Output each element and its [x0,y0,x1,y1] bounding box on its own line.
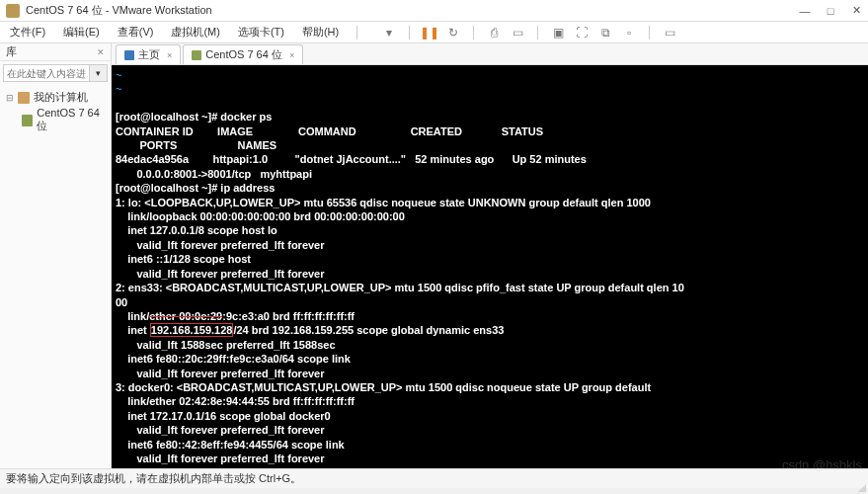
sidebar-header: 库 ✕ [0,43,111,61]
search-dropdown-icon[interactable]: ▾ [90,64,108,82]
app-icon [6,4,20,18]
terminal-line: 2: ens33: <BROADCAST,MULTICAST,UP,LOWER_… [116,282,684,293]
terminal-line-part: :9c:e3:a0 brd ff:ff:ff:ff:ff:ff [222,310,355,322]
vm-console-terminal[interactable]: ~ ~ [root@localhost ~]# docker ps CONTAI… [112,65,868,468]
minimize-button[interactable]: — [799,5,811,17]
terminal-line: PORTS NAMES [116,139,276,151]
terminal-line: 19: veth1d7f189@if18: <BROADCAST,MULTICA… [116,466,700,468]
tab-close-icon[interactable]: × [167,50,172,60]
tab-home-label: 主页 [138,47,160,62]
terminal-line: valid_lft forever preferred_lft forever [116,239,325,251]
terminal-line-part: inet [116,324,150,336]
library-tree: ⊟ 我的计算机 CentOS 7 64 位 [0,85,111,138]
toolbar: ▾ ❚❚ ↻ ⎙ ▭ ▣ ⛶ ⧉ ▫ ▭ [381,25,677,41]
terminal-line: [root@localhost ~]# docker ps [116,111,272,123]
terminal-line-part: link/ [116,310,149,322]
toolbar-divider [473,26,474,40]
tree-item-centos[interactable]: CentOS 7 64 位 [2,106,109,134]
menu-file[interactable]: 文件(F) [6,23,49,41]
tree-item-label: CentOS 7 64 位 [37,107,109,133]
home-icon [124,50,134,60]
terminal-line: valid_lft forever preferred_lft forever [116,368,325,379]
menu-vm[interactable]: 虚拟机(M) [167,23,224,41]
terminal-line: valid_lft forever preferred_lft forever [116,424,325,436]
pause-icon[interactable]: ❚❚ [422,25,437,41]
tree-root-my-computer[interactable]: ⊟ 我的计算机 [2,89,109,106]
terminal-line: inet6 ::1/128 scope host [116,253,251,265]
terminal-line: CONTAINER ID IMAGE COMMAND CREATED STATU… [116,125,543,137]
unity-icon[interactable]: ▣ [550,25,566,41]
terminal-line: 1: lo: <LOOPBACK,UP,LOWER_UP> mtu 65536 … [116,197,651,208]
tree-root-label: 我的计算机 [34,90,88,105]
library-icon[interactable]: ▭ [662,25,677,41]
terminal-line: inet6 fe80::20c:29ff:fe9c:e3a0/64 scope … [116,353,351,365]
menu-help[interactable]: 帮助(H) [298,23,343,41]
tab-bar: 主页 × CentOS 7 64 位 × [112,43,868,65]
computer-icon [18,92,30,104]
toolbar-divider [537,26,538,40]
cycle-icon[interactable]: ↻ [445,25,461,41]
sidebar-title: 库 [6,44,17,59]
terminal-line: link/loopback 00:00:00:00:00:00 brd 00:0… [116,210,405,222]
status-text: 要将输入定向到该虚拟机，请在虚拟机内部单击或按 Ctrl+G。 [6,471,301,486]
toolbar-divider [409,26,410,40]
toolbar-divider [356,26,357,40]
menu-tabs[interactable]: 选项卡(T) [234,23,288,41]
power-dropdown-icon[interactable]: ▾ [381,25,397,41]
highlighted-ip-address: 192.168.159.128 [150,323,234,337]
terminal-line: inet6 fe80::42:8eff:fe94:4455/64 scope l… [116,439,345,451]
tab-vm-label: CentOS 7 64 位 [205,47,282,62]
terminal-line: inet 172.17.0.1/16 scope global docker0 [116,410,331,422]
menu-bar: 文件(F) 编辑(E) 查看(V) 虚拟机(M) 选项卡(T) 帮助(H) ▾ … [0,22,868,43]
search-input[interactable] [3,64,90,82]
library-sidebar: 库 ✕ ▾ ⊟ 我的计算机 CentOS 7 64 位 [0,43,112,468]
menu-view[interactable]: 查看(V) [114,23,158,41]
terminal-line: link/ether 02:42:8e:94:44:55 brd ff:ff:f… [116,395,355,407]
terminal-line: valid_lft forever preferred_lft forever [116,268,325,280]
tree-expander-icon[interactable]: ⊟ [6,93,14,103]
terminal-line: inet 127.0.0.1/8 scope host lo [116,224,277,236]
terminal-line: ~ [116,69,121,81]
menu-edit[interactable]: 编辑(E) [59,23,104,41]
vm-tab-icon [192,50,201,60]
fullscreen-icon[interactable]: ⛶ [574,25,590,41]
workspace: 库 ✕ ▾ ⊟ 我的计算机 CentOS 7 64 位 主页 × [0,43,868,468]
terminal-line: 3: docker0: <BROADCAST,MULTICAST,UP,LOWE… [116,381,651,393]
stretch-icon[interactable]: ▫ [621,25,637,41]
terminal-line: 00 [116,296,127,308]
maximize-button[interactable]: □ [825,5,836,17]
terminal-line: [root@localhost ~]# ip address [116,182,275,194]
tab-close-icon[interactable]: × [289,50,294,60]
screenshot-icon[interactable]: ▭ [510,25,525,41]
status-bar: 要将输入定向到该虚拟机，请在虚拟机内部单击或按 Ctrl+G。 [0,468,868,488]
tab-vm-centos[interactable]: CentOS 7 64 位 × [183,44,303,64]
library-search: ▾ [3,64,108,82]
terminal-line: 84edac4a956a httpapi:1.0 "dotnet JjAccou… [116,153,587,165]
window-titlebar: CentOS 7 64 位 - VMware Workstation — □ ✕ [0,0,868,22]
resize-grip-icon[interactable] [858,484,866,492]
window-controls: — □ ✕ [799,5,862,17]
toolbar-divider [649,26,650,40]
terminal-line-part: /24 brd 192.168.159.255 scope global dyn… [233,324,504,336]
terminal-line: valid_lft forever preferred_lft forever [116,453,325,464]
vm-icon [22,115,33,126]
terminal-line: valid_lft 1588sec preferred_lft 1588sec [116,339,336,351]
snapshot-icon[interactable]: ⎙ [486,25,502,41]
sidebar-close-icon[interactable]: ✕ [97,47,105,57]
main-area: 主页 × CentOS 7 64 位 × ~ ~ [root@localhost… [112,43,868,468]
terminal-line: 0.0.0.0:8001->8001/tcp myhttpapi [116,168,312,180]
terminal-line: ~ [116,83,121,95]
terminal-strike: ether 00:0c:29 [149,310,222,322]
fit-icon[interactable]: ⧉ [597,25,613,41]
window-title: CentOS 7 64 位 - VMware Workstation [26,3,799,18]
tab-home[interactable]: 主页 × [116,44,181,64]
close-button[interactable]: ✕ [850,5,862,17]
